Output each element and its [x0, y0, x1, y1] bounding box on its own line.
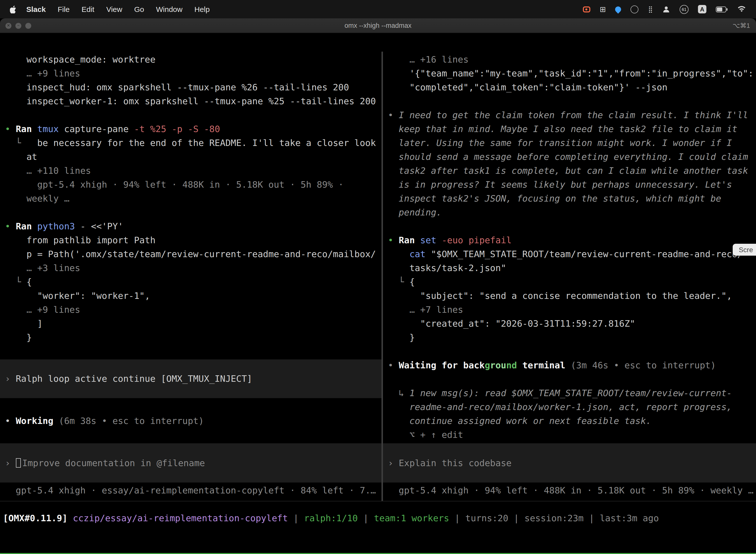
text-segment: workspace_mode: worktree: [5, 54, 155, 64]
close-button[interactable]: ✕: [5, 22, 11, 29]
text-segment: (3m 46s • esc to interrupt): [565, 360, 716, 370]
terminal-line: [388, 372, 756, 386]
terminal-line: • Ran tmux capture-pane -t %25 -p -S -80: [5, 122, 381, 136]
text-segment: {: [410, 277, 415, 287]
text-segment: … +9 lines: [5, 68, 80, 78]
terminal-line: p = Path('.omx/state/team/review-current…: [5, 247, 381, 261]
apple-logo-icon[interactable]: [10, 5, 16, 13]
tmux-pane-left[interactable]: workspace_mode: worktree … +9 lines insp…: [0, 52, 381, 501]
traffic-lights: ✕ −: [5, 18, 31, 33]
text-segment: Waiting for back: [398, 360, 485, 370]
text-segment: inspect_hud: omx sparkshell --tmux-pane …: [5, 82, 349, 92]
text-segment: last:3m ago: [600, 513, 659, 523]
text-segment: └: [388, 277, 410, 287]
text-segment: gpt-5.4 xhigh · essay/ai-reimplementatio…: [5, 485, 376, 495]
apple-logo-svg: [10, 5, 16, 13]
text-segment: … +110 lines: [5, 165, 91, 176]
active-app-name[interactable]: Slack: [26, 5, 46, 13]
terminal-line: [5, 108, 381, 122]
terminal-line: keep that in mind. Maybe I also need the…: [388, 122, 756, 136]
zoom-button[interactable]: [25, 22, 31, 29]
terminal-line: workspace_mode: worktree: [5, 53, 381, 66]
text-segment: from pathlib import Path: [5, 235, 155, 245]
minimize-button[interactable]: −: [15, 22, 21, 29]
terminal-line: … +110 lines: [5, 164, 381, 178]
text-segment: "subject": "send a concise recommendatio…: [388, 290, 732, 301]
terminal-line: └ be necessary for the end of the README…: [5, 136, 381, 150]
text-segment: … +7 lines: [388, 304, 463, 315]
screen-recording-icon[interactable]: [583, 6, 590, 12]
terminal-line: inspect task2's JSON, focusing on the st…: [388, 191, 756, 206]
terminal-line: "subject": "send a concise recommendatio…: [388, 289, 756, 303]
text-segment: 1 new msg(s): read $OMX_TEAM_STATE_ROOT/…: [410, 388, 732, 398]
text-segment: └: [5, 137, 26, 148]
window-shortcut-hint: ⌥⌘1: [733, 22, 750, 29]
terminal-line: inspect_worker-1: omx sparkshell --tmux-…: [5, 94, 381, 108]
text-segment: |: [358, 513, 374, 523]
text-segment: |: [449, 513, 465, 523]
window-title-bar[interactable]: ✕ − omx --xhigh --madmax ⌥⌘1: [0, 18, 756, 33]
terminal-line: pending.: [388, 206, 756, 219]
text-segment: (6m 38s • esc to interrupt): [53, 416, 204, 426]
text-segment: inspect task2's JSON, focusing on the st…: [388, 193, 721, 204]
text-segment: tmux: [37, 124, 59, 134]
text-segment: "worker": "worker-1",: [5, 290, 150, 301]
menu-file[interactable]: File: [58, 5, 69, 13]
terminal-line: }: [5, 331, 381, 344]
text-segment: … +9 lines: [5, 304, 80, 315]
text-segment: Ran: [16, 124, 37, 134]
text-segment: |: [584, 513, 600, 523]
text-segment: turns:20: [465, 513, 508, 523]
pane-bottom-border: [0, 501, 756, 501]
terminal-line: … +7 lines: [388, 303, 756, 317]
text-segment: - <<'PY': [75, 221, 123, 231]
terminal-line: should send a message before completing …: [388, 150, 756, 164]
text-segment: keep that in mind. Maybe I also need the…: [388, 124, 737, 134]
menu-go[interactable]: Go: [134, 5, 144, 13]
profile-icon[interactable]: [662, 5, 670, 13]
terminal-line: from pathlib import Path: [5, 233, 381, 247]
terminal-window: ✕ − omx --xhigh --madmax ⌥⌘1 workspace_m…: [0, 18, 756, 554]
dots-grid-icon[interactable]: ⣿: [648, 6, 653, 12]
window-grid-icon[interactable]: ⊞: [600, 5, 606, 13]
menu-view[interactable]: View: [106, 5, 122, 13]
tmux-pane-right[interactable]: … +16 lines '{"team_name":"my-team","tas…: [383, 52, 756, 501]
text-segment: be necessary for the end of the README. …: [26, 137, 376, 148]
text-segment: |: [288, 513, 304, 523]
text-segment: Working: [16, 416, 53, 426]
text-segment: task2 after task1 is complete, but can I…: [388, 165, 748, 176]
terminal-line: is in progress? It seems likely but perh…: [388, 178, 756, 191]
text-segment: •: [5, 124, 16, 134]
wifi-icon[interactable]: [737, 6, 746, 12]
text-segment: '{"team_name":"my-team","task_id":"1","f…: [388, 68, 754, 78]
terminal-line: later. Using the same for transition mig…: [388, 136, 756, 150]
dark-circle-app-icon[interactable]: [631, 5, 639, 13]
text-segment: set: [420, 235, 436, 245]
terminal-line: • Ran python3 - <<'PY': [5, 219, 381, 233]
blue-drop-app-icon[interactable]: [614, 5, 623, 13]
text-segment: weekly …: [5, 193, 69, 204]
menu-window[interactable]: Window: [156, 5, 183, 13]
input-source-icon[interactable]: A: [698, 5, 706, 13]
screen-overlay-toast[interactable]: Scre: [733, 244, 756, 256]
text-segment: •: [5, 416, 16, 426]
text-segment: |: [508, 513, 524, 523]
model-status-left: gpt-5.4 xhigh · essay/ai-reimplementatio…: [5, 484, 381, 497]
text-segment: ›: [5, 373, 16, 384]
battery-percent-ring[interactable]: 61: [680, 5, 689, 14]
terminal-line: at: [5, 150, 381, 164]
text-segment: at: [5, 151, 37, 162]
prompt-input-left[interactable]: › Improve documentation in @filename: [0, 443, 381, 483]
menu-edit[interactable]: Edit: [82, 5, 94, 13]
text-segment: }: [388, 332, 415, 342]
prompt-input-right[interactable]: › Explain this codebase: [383, 443, 756, 483]
battery-icon[interactable]: [716, 6, 728, 12]
text-segment: gpt-5.4 xhigh · 94% left · 488K in · 5.1…: [5, 179, 343, 189]
text-segment: … +16 lines: [388, 54, 468, 64]
text-segment: ↳: [388, 388, 410, 398]
menu-help[interactable]: Help: [194, 5, 210, 13]
text-segment: later. Using the same for transition mig…: [388, 137, 732, 148]
text-segment: g: [485, 360, 490, 370]
waiting-status: • Waiting for background terminal (3m 46…: [388, 358, 756, 372]
terminal-line: gpt-5.4 xhigh · 94% left · 488K in · 5.1…: [5, 178, 381, 191]
